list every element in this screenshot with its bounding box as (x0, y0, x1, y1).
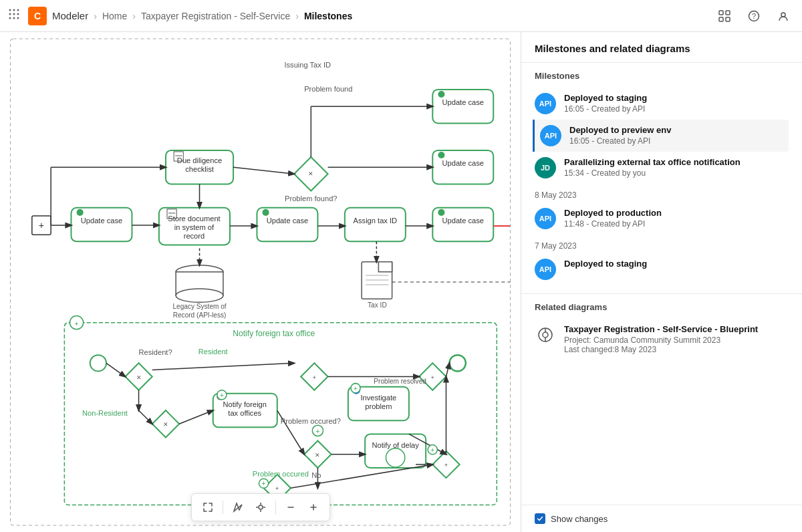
svg-marker-143 (234, 503, 242, 511)
milestone-content: Deployed to production 11:48 - Created b… (564, 208, 789, 229)
milestone-content: Deployed to staging (564, 259, 789, 270)
milestone-meta: 16:05 - Created by API (569, 136, 789, 146)
svg-text:Resident: Resident (198, 348, 228, 356)
svg-point-7 (13, 17, 15, 19)
svg-point-54 (263, 209, 269, 216)
svg-text:+: + (354, 385, 358, 392)
svg-point-0 (9, 9, 11, 11)
top-navigation: C Modeler › Home › Taxpayer Registration… (0, 0, 802, 32)
avatar: API (540, 125, 561, 146)
milestone-meta: 16:05 - Created by API (564, 104, 789, 114)
milestone-title: Deployed to staging (564, 93, 789, 103)
date-separator: 7 May 2023 (535, 235, 789, 253)
milestone-content: Deployed to staging 16:05 - Created by A… (564, 93, 789, 114)
app-title: Modeler (52, 10, 88, 21)
milestone-title: Deployed to staging (564, 259, 789, 269)
related-title: Taxpayer Registration - Self-Service - B… (564, 324, 789, 334)
avatar: API (535, 93, 556, 114)
svg-rect-11 (719, 17, 723, 21)
user-profile-button[interactable] (773, 5, 794, 27)
svg-point-8 (17, 17, 19, 19)
map-button[interactable] (227, 497, 249, 518)
milestone-title: Deployed to production (564, 208, 789, 218)
svg-text:Update case: Update case (442, 98, 484, 106)
related-diagrams-section: Related diagrams Taxpayer Registration -… (521, 293, 802, 368)
show-changes-label: Show changes (551, 514, 608, 524)
avatar: JD (535, 157, 556, 178)
breadcrumb-home[interactable]: Home (102, 11, 127, 21)
svg-text:Resident?: Resident? (139, 348, 172, 356)
milestone-item[interactable]: JD Parallelizing external tax office not… (533, 152, 789, 184)
zoom-out-button[interactable] (280, 497, 301, 518)
expand-button[interactable] (197, 497, 219, 518)
svg-text:Assign tax ID: Assign tax ID (354, 217, 397, 225)
svg-point-2 (17, 9, 19, 11)
milestone-item[interactable]: API Deployed to production 11:48 - Creat… (533, 203, 789, 235)
svg-text:+: + (430, 446, 434, 454)
svg-point-15 (781, 13, 785, 17)
milestone-item[interactable]: API Deployed to staging 16:05 - Created … (533, 88, 789, 120)
help-button[interactable]: ? (743, 5, 765, 27)
svg-line-36 (233, 167, 294, 174)
svg-text:Problem found: Problem found (304, 85, 352, 93)
svg-point-90 (450, 355, 466, 371)
sidebar-header: Milestones and related diagrams (521, 32, 802, 63)
svg-text:+: + (431, 374, 434, 381)
svg-line-89 (152, 363, 294, 370)
milestone-content: Deployed to preview env 16:05 - Created … (569, 125, 789, 146)
center-button[interactable] (250, 497, 271, 518)
svg-text:Update case: Update case (442, 217, 484, 225)
grid-view-button[interactable] (714, 5, 735, 27)
svg-text:No: No (311, 471, 321, 479)
milestone-item[interactable]: API Deployed to staging (533, 253, 789, 285)
related-icon (535, 324, 556, 346)
svg-text:+: + (262, 480, 266, 487)
milestones-section: Milestones API Deployed to staging 16:05… (521, 63, 802, 293)
related-item[interactable]: Taxpayer Registration - Self-Service - B… (535, 319, 789, 360)
svg-point-61 (438, 209, 444, 216)
svg-line-102 (139, 410, 152, 424)
related-content: Taxpayer Registration - Self-Service - B… (564, 324, 789, 354)
svg-text:✕: ✕ (315, 452, 320, 458)
svg-text:Investigate: Investigate (361, 394, 397, 402)
grid-icon[interactable] (8, 8, 20, 23)
svg-text:record: record (184, 232, 205, 240)
toolbar-separator-2 (275, 501, 276, 514)
svg-text:Update case: Update case (267, 217, 308, 225)
avatar: API (535, 259, 556, 280)
svg-text:Issuing Tax ID: Issuing Tax ID (284, 61, 331, 69)
svg-text:Record (API-less): Record (API-less) (173, 311, 227, 319)
breadcrumb-taxpayer[interactable]: Taxpayer Registration - Self-Service (141, 11, 290, 21)
svg-text:✕: ✕ (136, 374, 142, 381)
svg-text:Update case: Update case (81, 217, 122, 225)
svg-text:Due diligence: Due diligence (177, 156, 222, 164)
svg-point-4 (13, 13, 15, 15)
zoom-in-button[interactable] (303, 497, 324, 518)
milestone-item-active[interactable]: API Deployed to preview env 16:05 - Crea… (533, 120, 789, 152)
svg-point-67 (176, 289, 223, 302)
app-logo: C (28, 7, 47, 25)
bpmn-canvas-area[interactable]: Issuing Tax ID Problem found ✕ Problem f… (0, 32, 521, 532)
svg-text:Update case: Update case (442, 159, 484, 167)
show-changes-checkbox[interactable] (535, 513, 545, 524)
milestone-meta: 15:34 - Created by you (564, 168, 789, 178)
related-changed: Last changed:8 May 2023 (564, 345, 789, 354)
svg-text:+: + (275, 485, 279, 492)
svg-text:problem: problem (365, 402, 392, 410)
svg-text:+: + (75, 320, 79, 327)
svg-text:Notify of delay: Notify of delay (372, 441, 419, 449)
svg-text:+: + (220, 392, 224, 399)
svg-text:tax offices: tax offices (228, 409, 261, 417)
milestone-meta: 11:48 - Created by API (564, 219, 789, 229)
svg-text:Notify foreign tax office: Notify foreign tax office (233, 329, 315, 338)
avatar: API (535, 208, 556, 229)
related-project: Project: Camunda Community Summit 2023 (564, 336, 789, 345)
svg-text:Problem found?: Problem found? (285, 194, 337, 203)
breadcrumb-sep-2: › (132, 11, 136, 21)
svg-point-5 (17, 13, 19, 15)
canvas-toolbar (191, 493, 330, 521)
svg-text:Non-Resident: Non-Resident (82, 409, 128, 417)
svg-point-83 (90, 355, 106, 371)
related-label: Related diagrams (535, 302, 789, 312)
svg-line-87 (106, 363, 125, 376)
